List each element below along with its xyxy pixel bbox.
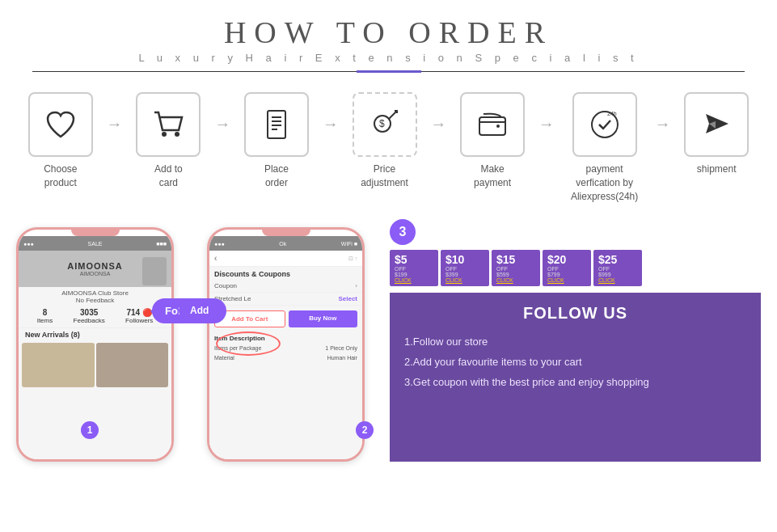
phone1-stat-items-label: Items: [37, 317, 53, 324]
coupon-5-link[interactable]: CLICK: [395, 277, 412, 283]
step-place-order: Placeorder: [232, 92, 321, 190]
phone1-stat-items-num: 8: [37, 308, 53, 317]
divider-line-right: [421, 71, 745, 72]
phone2-desc-value-1: 1 Piece Only: [325, 345, 357, 351]
add-bubble: Add: [179, 300, 220, 321]
step-label-choose-product: Chooseproduct: [44, 163, 77, 190]
coupon-15-amount: $15: [496, 253, 515, 266]
coupon-5-off: OFF: [395, 266, 406, 272]
phone2-header: ‹ ⊡ ↑: [209, 251, 362, 267]
coupon-25-off: OFF: [598, 266, 610, 272]
coupon-20-link[interactable]: CLICK: [547, 277, 564, 283]
step-label-payment-verification: paymentverfication byAliexpress(24h): [571, 163, 638, 203]
phone1-store-info: AIMOONSA Club Store No Feedback: [19, 287, 171, 305]
coupon-20-off: OFF: [547, 266, 559, 272]
phone1-grid-item-2: [96, 343, 169, 387]
bottom-section: ●●● SALE ■■■ AIMOONSA AIMOONSA AIMOONSA …: [0, 211, 777, 462]
svg-text:24h: 24h: [607, 111, 617, 116]
phone1-stat-followers-label: Followers: [125, 317, 153, 324]
step-label-place-order: Placeorder: [264, 163, 289, 190]
phone2-select-label: Select: [338, 295, 357, 302]
coupon-5-threshold: $199: [395, 272, 408, 277]
phone1-grid: [19, 341, 171, 389]
coupon-15-threshold: $599: [496, 272, 509, 277]
phone1-arrivals: New Arrivals (8): [19, 328, 171, 341]
step-payment-verification: 24h paymentverfication byAliexpress(24h): [556, 92, 653, 203]
step-label-price-adjustment: Priceadjustment: [361, 163, 408, 190]
step-price-adjustment: $ Priceadjustment: [340, 92, 429, 190]
phone2-coupon-row: Coupon ›: [209, 280, 362, 293]
step-icon-wallet: [460, 92, 525, 157]
coupon-25-link[interactable]: CLICK: [598, 277, 615, 283]
step-label-add-to-card: Add tocard: [154, 163, 183, 190]
coupon-20-threshold: $799: [547, 272, 560, 277]
phone2-buttons: Add To Cart Buy Now: [209, 306, 362, 332]
phone1-logo: AIMOONSA: [67, 261, 123, 271]
svg-text:$: $: [379, 118, 385, 129]
coupon-15-link[interactable]: CLICK: [496, 277, 513, 283]
coupon-10-threshold: $399: [446, 272, 458, 277]
coupon-25-threshold: $999: [598, 272, 611, 277]
follow-box: FOLLOW US 1.Follow our store 2.Add your …: [390, 293, 761, 462]
svg-line-9: [389, 111, 397, 119]
coupon-15: $15 OFF $599 CLICK: [492, 250, 540, 286]
coupon-5-amount: $5: [395, 253, 408, 266]
step-choose-product: Chooseproduct: [16, 92, 105, 190]
phone2-buy-now-btn[interactable]: Buy Now: [289, 310, 358, 327]
phone2-desc-value-2: Human Hair: [327, 355, 357, 361]
phone1-stat-feedbacks-label: Feedbacks: [74, 317, 105, 324]
follow-item-3: 3.Get coupon with the best price and enj…: [404, 373, 746, 393]
phone2-signal: ●●●: [214, 241, 225, 247]
phone2-desc-label-1: Items per Package: [214, 345, 261, 351]
arrow-4: →: [429, 115, 448, 133]
arrow-6: →: [652, 115, 672, 133]
phone1-grid-item-1: [22, 343, 95, 387]
phone1-store-name: AIMOONSA Club Store: [19, 289, 171, 297]
phone2-topbar: ●●● Ok WiFi ■: [209, 236, 362, 251]
step-shipment: shipment: [672, 92, 761, 176]
phone2-desc-label-2: Material: [214, 355, 234, 361]
coupon-20: $20 OFF $799 CLICK: [543, 250, 591, 286]
page-header: HOW TO ORDER L u x u r y H a i r E x t e…: [0, 0, 777, 78]
svg-point-0: [162, 132, 167, 137]
coupon-10: $10 OFF $399 CLICK: [441, 250, 489, 286]
step-icon-document: [244, 92, 309, 157]
divider-line-left: [32, 71, 357, 72]
coupon-15-off: OFF: [496, 266, 508, 272]
arrow-1: →: [105, 115, 125, 133]
phone2-battery: WiFi ■: [341, 241, 357, 247]
arrow-5: →: [537, 115, 556, 133]
phone1-battery: ■■■: [156, 241, 167, 247]
phone2-carrier: Ok: [279, 241, 286, 247]
coupon-5: $5 OFF $199 CLICK: [390, 250, 438, 286]
phone2-coupon-label: Coupon: [214, 282, 237, 289]
phone1-header: AIMOONSA AIMOONSA: [19, 251, 171, 287]
coupons-row: $5 OFF $199 CLICK $10 OFF $399 CLICK $15…: [390, 250, 761, 286]
phone1-avatar: [142, 257, 167, 285]
phone1-wrap: ●●● SALE ■■■ AIMOONSA AIMOONSA AIMOONSA …: [16, 227, 178, 462]
svg-point-1: [175, 132, 179, 137]
phone2-item-desc-title: Item Description: [209, 332, 362, 344]
phone1-signal: ●●●: [23, 241, 34, 247]
svg-point-11: [496, 125, 500, 128]
right-panel: 3 $5 OFF $199 CLICK $10 OFF $399 CLICK $…: [390, 219, 761, 462]
step3-badge: 3: [390, 219, 416, 245]
phone2-desc-row-1: Items per Package 1 Piece Only: [209, 344, 362, 353]
divider-accent: [357, 70, 421, 73]
step-make-payment: Makepayment: [448, 92, 537, 190]
coupon-10-off: OFF: [446, 266, 457, 272]
phone2-notch: [262, 230, 310, 236]
coupon-25: $25 OFF $999 CLICK: [593, 250, 642, 286]
phone2-icons: ⊡ ↑: [348, 255, 357, 262]
step-icon-cart: [136, 92, 201, 157]
follow-box-text: 1.Follow our store 2.Add your favourite …: [404, 332, 746, 392]
coupon-10-amount: $10: [446, 253, 464, 266]
arrow-3: →: [321, 115, 340, 133]
phone1-stat-feedbacks-num: 3035: [74, 308, 105, 317]
step-icon-heart: [28, 92, 93, 157]
phone2-coupon-arrow: ›: [355, 282, 357, 289]
phone1-topbar: ●●● SALE ■■■: [19, 236, 171, 251]
coupon-10-link[interactable]: CLICK: [446, 277, 462, 283]
main-title: HOW TO ORDER: [0, 15, 777, 50]
step-icon-plane: [684, 92, 749, 157]
